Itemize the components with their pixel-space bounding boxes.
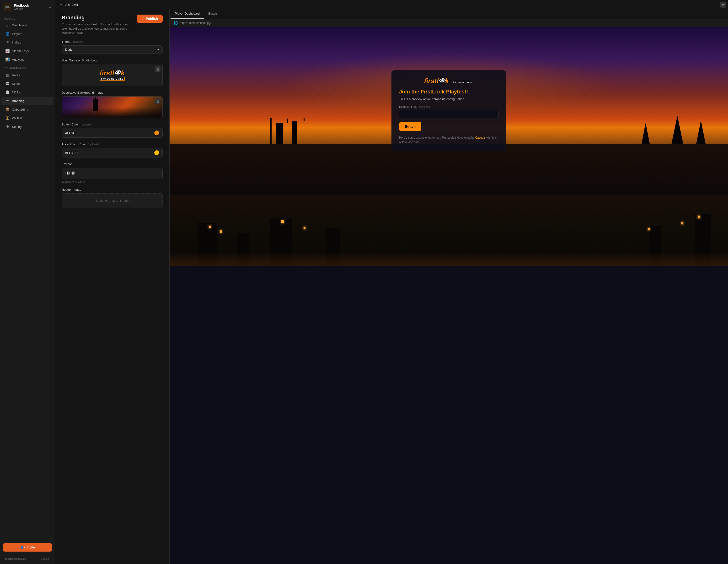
logo-upload-box[interactable]: firstl👁k The Demo Game 🗑: [62, 64, 163, 86]
preview-tabs: Player Dashboard Emails: [170, 9, 728, 19]
bg-field-group: Decorative Background Image 🗑: [62, 91, 163, 118]
waitlist-icon: ⏳: [5, 116, 10, 120]
preview-frame: firstl👁k The Demo Game Join the FirstLoo…: [170, 27, 728, 564]
publish-button[interactable]: ✓ Publish: [137, 15, 163, 23]
accent-color-field-group: Accent Text Color (optional) #FFBB00: [62, 142, 163, 157]
sidebar-item-players[interactable]: 👤 Players: [1, 30, 53, 38]
person-icon: 👤: [5, 32, 10, 36]
topbar-title: Branding: [64, 2, 78, 6]
user-email: robert@casuals.co: [4, 557, 26, 560]
dropdown-icon: ▾: [157, 48, 159, 51]
chevron-icon[interactable]: ⌄: [48, 5, 51, 9]
brand-card-field-label: Example Field (optional): [399, 105, 498, 108]
sidebar-item-settings[interactable]: ⚙ Settings: [1, 123, 53, 131]
user-row: robert@casuals.co → Logout: [0, 554, 55, 564]
app-name: FirstLook: [14, 4, 46, 7]
bg-delete-button[interactable]: 🗑: [155, 98, 161, 104]
sidebar-header: 🎮 FirstLook Casuals ⌄: [0, 0, 55, 14]
brand-bottom-scene: [170, 194, 728, 266]
manage-section-label: MANAGE: [0, 14, 55, 21]
settings-icon: ⚙: [5, 124, 10, 129]
sidebar-item-analytics[interactable]: 📊 Analytics: [1, 55, 53, 64]
theme-field-group: Theme (optional) Dark ▾: [62, 40, 163, 54]
page-title: Branding: [62, 15, 137, 21]
topbar: ✏ Branding: [55, 0, 728, 9]
logout-icon: →: [37, 557, 40, 560]
page-content: Branding Customize the look and feel of …: [55, 9, 728, 564]
brand-cta-button[interactable]: Button: [399, 122, 421, 131]
brand-preview: firstl👁k The Demo Game Join the FirstLoo…: [170, 27, 728, 564]
sidebar-item-label: Branding: [12, 99, 24, 103]
button-color-swatch: [154, 130, 159, 135]
sidebar-item-onboarding[interactable]: 📦 Onboarding: [1, 105, 53, 113]
theme-label: Theme (optional): [62, 40, 163, 43]
main-content: ✏ Branding Branding Customize the look a…: [55, 0, 728, 564]
branding-icon: ✏: [5, 99, 10, 103]
logo-delete-button[interactable]: 🗑: [155, 66, 161, 72]
analytics-icon: 📊: [5, 57, 10, 62]
sidebar-item-label: Settings: [12, 125, 23, 128]
button-color-label: Button Color (optional): [62, 123, 163, 126]
brand-card-subtitle: This is a preview of your branding confi…: [399, 97, 498, 101]
sidebar-item-label: Dashboard: [12, 23, 27, 27]
topbar-icon: ✏: [60, 2, 63, 6]
header-image-drop-zone[interactable]: Select or drop an image: [62, 193, 163, 208]
sidebar-item-label: Analytics: [12, 58, 24, 61]
favicon-hint: 32x32px or 64x64px: [62, 180, 163, 183]
sidebar-item-ndas[interactable]: 📋 NDAs: [1, 88, 53, 96]
roles-icon: ▦: [5, 73, 10, 77]
sidebar-item-label: Steam Keys: [12, 49, 29, 53]
favicon-upload-box[interactable]: 👁👁 🗑: [62, 168, 163, 179]
bg-upload-box[interactable]: 🗑: [62, 96, 163, 118]
sidebar-item-discord[interactable]: 💬 Discord: [1, 80, 53, 88]
nda-icon: 📋: [5, 90, 10, 94]
bg-label: Decorative Background Image: [62, 91, 163, 94]
favicon-field-group: Favicon 👁👁 🗑 32x32px or 64x64px: [62, 162, 163, 183]
button-color-field[interactable]: #FF8A02: [62, 128, 163, 138]
theme-select[interactable]: Dark ▾: [62, 45, 163, 54]
sidebar-item-label: Waitlist: [12, 116, 22, 120]
sidebar-item-steam-keys[interactable]: 📈 Steam Keys: [1, 47, 53, 55]
logout-button[interactable]: → Logout: [35, 556, 51, 561]
preview-url: https://demo.firstlook.gg/: [180, 21, 211, 25]
accent-color-swatch: [154, 150, 159, 155]
sidebar-item-branding[interactable]: ✏ Branding: [1, 97, 53, 105]
accent-color-field[interactable]: #FFBB00: [62, 148, 163, 157]
app-icon: 🎮: [3, 3, 11, 11]
brand-example-field[interactable]: [399, 110, 498, 119]
sidebar-footer: 👤+ Invite robert@casuals.co → Logout: [0, 540, 55, 564]
accent-color-value: #FFBB00: [65, 151, 152, 155]
sidebar-item-roles[interactable]: ▦ Roles: [1, 71, 53, 79]
sidebar-item-dashboard[interactable]: ⌂ Dashboard: [1, 21, 53, 29]
header-image-field-group: Header Image Select or drop an image: [62, 188, 163, 208]
chart-icon: 📈: [5, 49, 10, 53]
settings-panel: Branding Customize the look and feel of …: [55, 9, 170, 564]
page-description: Customize the look and feel of FirstLook…: [62, 22, 137, 35]
brand-preview-card: firstl👁k The Demo Game Join the FirstLoo…: [391, 70, 506, 151]
config-section-label: CONFIGURATION: [0, 64, 55, 71]
brand-card-title: Join the FirstLook Playtest!: [399, 89, 498, 95]
invite-icon: 👤+: [20, 546, 26, 549]
page-header: Branding Customize the look and feel of …: [62, 15, 163, 35]
tab-player-dashboard[interactable]: Player Dashboard: [171, 9, 204, 19]
logo-field-group: Your Game or Studio Logo firstl👁k The De…: [62, 59, 163, 86]
header-image-drop-text: Select or drop an image: [96, 199, 128, 202]
logo-label: Your Game or Studio Logo: [62, 59, 163, 62]
sidebar-item-label: Players: [12, 32, 22, 36]
preview-url-bar: 🌐 https://demo.firstlook.gg/: [170, 19, 728, 27]
discord-icon: 💬: [5, 81, 10, 86]
tab-emails[interactable]: Emails: [204, 9, 222, 19]
invite-button[interactable]: 👤+ Invite: [3, 543, 52, 552]
header-image-label: Header Image: [62, 188, 163, 191]
sidebar-item-label: Invites: [12, 41, 21, 44]
brand-footer-link[interactable]: Casuals: [475, 136, 485, 139]
accent-color-label: Accent Text Color (optional): [62, 142, 163, 146]
brand-backdrop: firstl👁k The Demo Game Join the FirstLoo…: [170, 27, 728, 194]
brand-card-footer: Here's some example footer text. FirstLo…: [399, 135, 498, 144]
sidebar-item-invites[interactable]: ↗ Invites: [1, 38, 53, 46]
check-icon: ✓: [141, 17, 144, 21]
logo-preview-subtitle: The Demo Game: [100, 77, 125, 80]
sidebar-item-label: Roles: [12, 73, 20, 77]
sidebar-item-waitlist[interactable]: ⏳ Waitlist: [1, 114, 53, 122]
favicon-label: Favicon: [62, 162, 163, 166]
